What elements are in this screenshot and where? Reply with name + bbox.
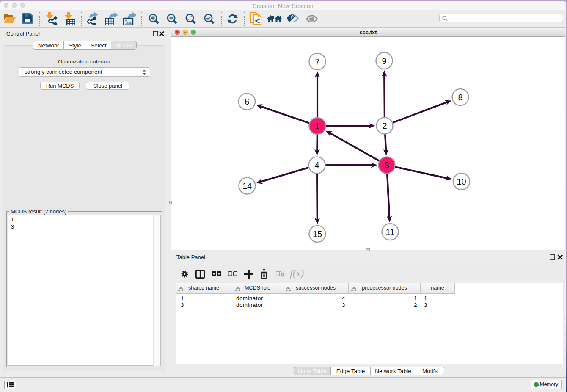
svg-text:3: 3 bbox=[384, 160, 389, 170]
svg-text:6: 6 bbox=[245, 97, 249, 106]
svg-text:1: 1 bbox=[315, 121, 319, 131]
svg-text:9: 9 bbox=[382, 56, 386, 66]
svg-text:11: 11 bbox=[386, 227, 395, 237]
svg-text:4: 4 bbox=[314, 160, 319, 170]
svg-text:15: 15 bbox=[313, 229, 322, 239]
svg-text:14: 14 bbox=[242, 181, 252, 190]
svg-text:8: 8 bbox=[458, 93, 462, 102]
svg-text:7: 7 bbox=[315, 57, 319, 66]
svg-text:10: 10 bbox=[457, 177, 466, 186]
svg-text:2: 2 bbox=[382, 121, 387, 130]
